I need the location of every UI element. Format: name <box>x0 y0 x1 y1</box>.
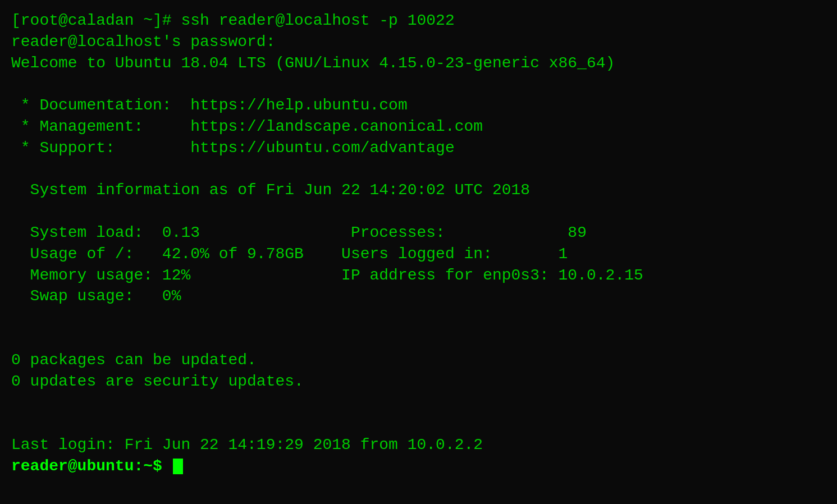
cursor <box>173 459 183 474</box>
swapusage-line: Swap usage: 0% <box>11 286 826 307</box>
prompt-line[interactable]: reader@ubuntu:~$ <box>11 456 826 477</box>
sysload-line: System load: 0.13 Processes: 89 <box>11 222 826 244</box>
terminal: [root@caladan ~]# ssh reader@localhost -… <box>11 10 826 494</box>
prompt-text: reader@ubuntu:~$ <box>11 456 172 477</box>
blank-line-6 <box>11 392 826 413</box>
support-line: * Support: https://ubuntu.com/advantage <box>11 138 826 159</box>
mgmt-line: * Management: https://landscape.canonica… <box>11 116 826 138</box>
blank-line-7 <box>11 413 826 434</box>
blank-line-1 <box>11 74 826 95</box>
doc-line: * Documentation: https://help.ubuntu.com <box>11 95 826 116</box>
ssh-command-line: [root@caladan ~]# ssh reader@localhost -… <box>11 10 826 31</box>
security-line: 0 updates are security updates. <box>11 371 826 392</box>
lastlogin-line: Last login: Fri Jun 22 14:19:29 2018 fro… <box>11 434 826 456</box>
blank-line-5 <box>11 328 826 350</box>
password-prompt-line: reader@localhost's password: <box>11 31 826 53</box>
sysinfo-line: System information as of Fri Jun 22 14:2… <box>11 180 826 201</box>
welcome-line: Welcome to Ubuntu 18.04 LTS (GNU/Linux 4… <box>11 53 826 74</box>
usage-line: Usage of /: 42.0% of 9.78GB Users logged… <box>11 244 826 265</box>
packages-line: 0 packages can be updated. <box>11 350 826 371</box>
memusage-line: Memory usage: 12% IP address for enp0s3:… <box>11 265 826 286</box>
blank-line-2 <box>11 159 826 180</box>
blank-line-4 <box>11 307 826 328</box>
blank-line-3 <box>11 201 826 222</box>
